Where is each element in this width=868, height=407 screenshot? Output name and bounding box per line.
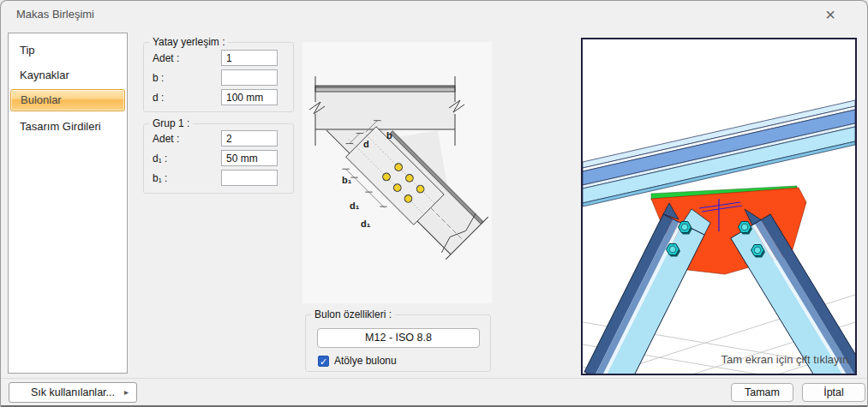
- ok-button[interactable]: Tamam: [731, 383, 793, 402]
- b1-input[interactable]: [221, 170, 278, 186]
- chevron-right-icon: ▸: [124, 383, 129, 402]
- b-input[interactable]: [221, 69, 278, 86]
- adet2-input[interactable]: [221, 130, 278, 147]
- group-title: Bulon özellikleri :: [311, 308, 395, 320]
- favorites-label: Sık kullanılanlar...: [31, 386, 115, 398]
- dim-label-d1-first: d₁: [350, 201, 360, 211]
- bolt-spec-button[interactable]: M12 - ISO 8.8: [317, 328, 480, 348]
- b-label: b :: [153, 72, 164, 84]
- fullscreen-hint: Tam ekran için çift tıklayın.: [721, 353, 852, 366]
- cancel-button[interactable]: İptal: [802, 383, 865, 402]
- sidebar: Tip Kaynaklar Bulonlar Tasarım Girdileri: [8, 33, 128, 374]
- group1-group: Grup 1 : Adet : d₁ : b₁ :: [143, 123, 294, 194]
- dim-label-b1: b₁: [342, 175, 352, 185]
- workshop-bolt-checkbox[interactable]: ✓: [318, 356, 329, 367]
- group-title: Grup 1 :: [149, 117, 193, 129]
- d1-label: d₁ :: [153, 153, 167, 165]
- adet-input[interactable]: [221, 50, 278, 66]
- 3d-preview-scene: Tam ekran için çift tıklayın.: [583, 39, 855, 374]
- bolt-properties-group: Bulon özellikleri : M12 - ISO 8.8 ✓ Atöl…: [305, 314, 491, 372]
- beam-flange-light: [315, 89, 455, 93]
- horizontal-layout-group: Yatay yerleşim : Adet : b : d :: [143, 42, 294, 112]
- dim-label-b: b: [386, 130, 392, 141]
- sidebar-item-tasarim-girdileri[interactable]: Tasarım Girdileri: [9, 114, 127, 139]
- 3d-preview-viewport[interactable]: Tam ekran için çift tıklayın.: [581, 38, 857, 375]
- footer-separator: [1, 378, 868, 379]
- favorites-button[interactable]: Sık kullanılanlar... ▸: [9, 382, 137, 403]
- group-title: Yatay yerleşim :: [149, 36, 228, 48]
- connection-diagram: d b b₁ d₁ d₁: [302, 42, 492, 303]
- close-icon[interactable]: ×: [817, 3, 843, 27]
- workshop-bolt-label: Atölye bulonu: [334, 355, 397, 367]
- beam-flange-dark: [315, 86, 455, 89]
- sidebar-item-tip[interactable]: Tip: [9, 38, 127, 63]
- d1-input[interactable]: [221, 150, 278, 166]
- dim-label-d: d: [363, 139, 369, 149]
- truss-connection-dialog: Makas Birleşimi × Tip Kaynaklar Bulonlar…: [0, 0, 868, 407]
- sidebar-item-kaynaklar[interactable]: Kaynaklar: [9, 63, 127, 87]
- dim-label-d1-second: d₁: [361, 218, 371, 229]
- b1-label: b₁ :: [153, 172, 167, 184]
- d-label: d :: [153, 92, 164, 104]
- adet-label: Adet :: [153, 52, 179, 64]
- sidebar-item-bulonlar[interactable]: Bulonlar: [10, 89, 125, 111]
- beam-body: [315, 92, 455, 129]
- window-title: Makas Birleşimi: [16, 8, 94, 21]
- adet2-label: Adet :: [153, 133, 179, 145]
- d-input[interactable]: [221, 89, 278, 105]
